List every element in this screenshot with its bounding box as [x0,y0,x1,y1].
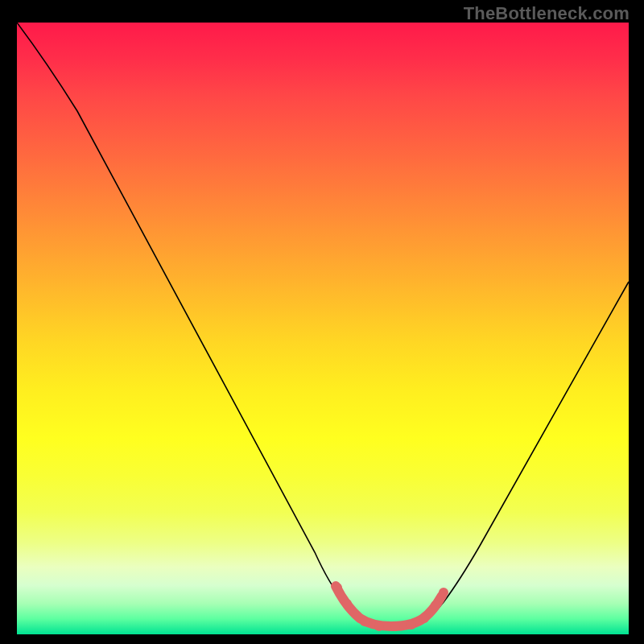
marker-dot [419,613,429,623]
marker-dot [374,621,384,631]
watermark-text: TheBottleneck.com [464,3,630,24]
marker-dot [390,621,400,631]
plot-area [17,23,629,634]
bottleneck-curve [17,23,629,626]
curve-svg [17,23,629,634]
marker-dot [332,583,342,592]
marker-dot [431,601,440,610]
marker-dot [360,617,369,626]
marker-dot [407,620,416,630]
marker-dot [439,588,448,597]
chart-container: TheBottleneck.com [0,0,644,644]
marker-dot [342,599,352,609]
